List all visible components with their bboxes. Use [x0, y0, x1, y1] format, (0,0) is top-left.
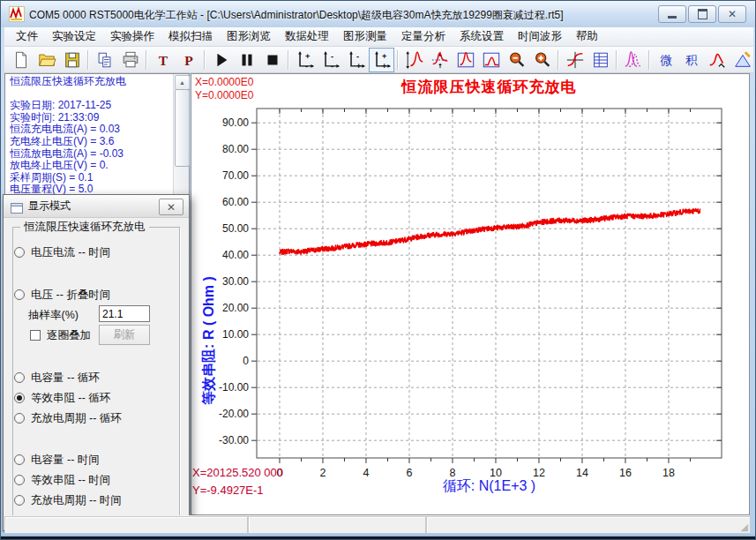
run-button[interactable] — [208, 48, 234, 72]
restore-icon — [698, 9, 707, 19]
axis-quadrant-1-button[interactable]: +- — [292, 48, 318, 72]
y-tick-label: 10.00 — [222, 328, 249, 341]
menu-item-data-processing[interactable]: 数据处理 — [278, 27, 336, 46]
copy-button[interactable] — [92, 48, 117, 72]
minimize-button[interactable] — [658, 5, 686, 23]
y-tick-label: 0 — [243, 355, 249, 367]
dialog-close-icon: ✕ — [167, 202, 176, 213]
radio-capacity-vs-cycle[interactable]: 电容量 -- 循环 — [14, 371, 100, 385]
scroll-up-icon[interactable]: ▲ — [175, 75, 190, 90]
menu-item-help[interactable]: 帮助 — [569, 27, 605, 46]
smooth-curve-button[interactable] — [704, 48, 730, 72]
chart-panel: 90.0080.0070.0060.0050.0040.0030.0020.00… — [191, 73, 750, 515]
radio-capacity-vs-time[interactable]: 电容量 -- 时间 — [14, 453, 100, 467]
y-tick-label: -10.00 — [219, 381, 249, 394]
radio-label: 电压电流 -- 时间 — [31, 245, 110, 260]
print-button[interactable] — [117, 48, 143, 72]
menu-item-graph-browse[interactable]: 图形浏览 — [220, 27, 278, 46]
radio-esr-vs-cycle[interactable]: 等效串阻 -- 循环 — [14, 391, 110, 405]
t-marker-button[interactable]: T — [150, 48, 176, 72]
run-icon — [212, 50, 231, 70]
t-marker-icon: T — [153, 50, 173, 70]
esr-vs-cycle-chart[interactable]: 90.0080.0070.0060.0050.0040.0030.0020.00… — [191, 74, 749, 514]
new-file-button[interactable] — [8, 48, 34, 72]
zoom-window-button[interactable] — [453, 48, 478, 72]
menu-item-time-waveform[interactable]: 时间波形 — [511, 27, 569, 46]
resize-grip[interactable]: ◢ — [741, 522, 748, 532]
save-button[interactable] — [59, 48, 85, 72]
info-line: 采样周期(S) = 0.1 — [10, 172, 172, 184]
axis-quadrant-2-icon: -- — [321, 50, 341, 70]
fit-y-icon — [405, 50, 424, 70]
app-logo-icon — [9, 6, 25, 22]
svg-text:-: - — [331, 62, 333, 70]
minimize-icon — [668, 16, 677, 19]
overlay-curves-button[interactable] — [620, 48, 646, 72]
dialog-titlebar[interactable]: 显示模式 ✕ — [4, 195, 189, 218]
restore-button[interactable] — [688, 5, 716, 23]
radio-icon[interactable] — [14, 247, 25, 258]
measure-ruler-button[interactable] — [730, 48, 755, 72]
info-line: 恒流充电电流(A) = 0.03 — [10, 124, 172, 136]
menu-item-experiment-settings[interactable]: 实验设定 — [45, 27, 103, 46]
refresh-button[interactable]: 刷新 — [99, 325, 150, 345]
radio-period-vs-cycle[interactable]: 充放电周期 -- 循环 — [14, 411, 122, 425]
menu-item-experiment-operation[interactable]: 实验操作 — [103, 27, 161, 46]
y-tick-label: -30.00 — [219, 434, 249, 446]
axis-quadrant-4-button[interactable]: ++ — [369, 48, 394, 72]
p-marker-button[interactable]: P — [176, 48, 201, 72]
center-curve-button[interactable] — [427, 48, 453, 72]
radio-icon[interactable] — [14, 413, 25, 424]
toolbar-separator — [87, 50, 89, 70]
menu-item-quantitative-analysis[interactable]: 定量分析 — [394, 27, 453, 46]
pause-button[interactable] — [234, 48, 259, 72]
menu-item-graph-measure[interactable]: 图形测量 — [336, 27, 394, 46]
menu-item-simulation-scan[interactable]: 模拟扫描 — [161, 27, 220, 46]
data-table-icon — [591, 50, 610, 70]
open-file-icon — [37, 50, 56, 70]
sampling-rate-input[interactable] — [99, 305, 150, 322]
menu-item-system-settings[interactable]: 系统设置 — [453, 27, 511, 46]
scrollbar-thumb[interactable] — [175, 89, 190, 167]
zoom-full-button[interactable] — [478, 48, 504, 72]
menu-item-file[interactable]: 文件 — [9, 27, 45, 46]
radio-period-vs-time[interactable]: 充放电周期 -- 时间 — [14, 493, 122, 507]
open-file-button[interactable] — [34, 48, 59, 72]
radio-icon[interactable] — [14, 475, 25, 485]
toolbar: TP+----+++微积 — [4, 47, 753, 73]
overlay-per-cycle-checkbox-row[interactable]: 逐圈叠加 — [30, 328, 91, 342]
radio-icon[interactable] — [14, 393, 25, 403]
info-line: 放电终止电压(V) = 0. — [10, 160, 172, 172]
axis-quadrant-2-button[interactable]: -- — [318, 48, 343, 72]
radio-icon[interactable] — [14, 289, 25, 300]
close-button[interactable]: ✕ — [718, 5, 746, 23]
checkbox-icon[interactable] — [30, 330, 41, 341]
toolbar-separator — [616, 50, 618, 70]
cursor-measure-button[interactable] — [562, 48, 588, 72]
differentiate-button[interactable]: 微 — [653, 48, 678, 72]
radio-voltage-current-vs-time[interactable]: 电压电流 -- 时间 — [14, 245, 110, 259]
info-line: 恒流放电电流(A) = -0.03 — [10, 148, 172, 161]
zoom-in-button[interactable] — [529, 48, 555, 72]
cursor-y-readout: Y=0.0000E0 — [195, 89, 253, 101]
dialog-window-icon — [11, 201, 23, 212]
experiment-info-text: 恒流限压快速循环充放电 实验日期: 2017-11-25实验时间: 21:33:… — [10, 76, 172, 208]
info-line — [10, 88, 172, 101]
dialog-close-button[interactable]: ✕ — [159, 199, 183, 215]
zoom-out-button[interactable] — [504, 48, 529, 72]
radio-icon[interactable] — [14, 495, 25, 506]
checkbox-label: 逐圈叠加 — [47, 328, 91, 343]
stop-button[interactable] — [259, 48, 285, 72]
window-bottom-border — [1, 533, 755, 539]
integrate-button[interactable]: 积 — [678, 48, 704, 72]
axis-quadrant-3-button[interactable]: -+ — [343, 48, 369, 72]
radio-icon[interactable] — [14, 372, 25, 383]
statusbar: ◢ — [4, 515, 750, 535]
fit-y-button[interactable] — [401, 48, 427, 72]
radio-esr-vs-time[interactable]: 等效串阻 -- 时间 — [14, 473, 110, 487]
chart-title: 恒流限压快速循环充放电 — [257, 77, 722, 97]
radio-voltage-vs-folded-time[interactable]: 电压 -- 折叠时间 — [14, 288, 110, 302]
radio-icon[interactable] — [14, 454, 25, 465]
data-table-button[interactable] — [588, 48, 613, 72]
status-pane-2 — [248, 516, 426, 534]
